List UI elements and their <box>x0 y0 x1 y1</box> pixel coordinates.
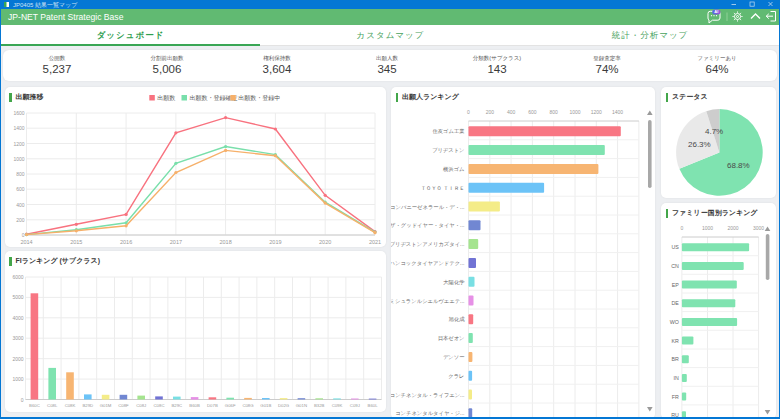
svg-text:0: 0 <box>20 397 23 403</box>
svg-text:1600: 1600 <box>13 110 24 116</box>
svg-text:2020: 2020 <box>319 239 331 245</box>
svg-text:EP: EP <box>672 282 680 288</box>
svg-text:コンチネンタルタイヤ・ジ...: コンチネンタルタイヤ・ジ... <box>395 410 464 416</box>
svg-text:出願数: 出願数 <box>157 95 175 102</box>
svg-text:4.7%: 4.7% <box>705 127 723 136</box>
svg-text:デンソー: デンソー <box>443 354 465 360</box>
svg-text:2016: 2016 <box>119 239 131 245</box>
svg-text:200: 200 <box>486 109 495 115</box>
svg-text:AI: AI <box>714 9 718 14</box>
svg-text:G01M: G01M <box>99 403 111 408</box>
svg-text:C08J: C08J <box>136 403 146 408</box>
svg-text:2017: 2017 <box>169 239 181 245</box>
svg-text:US: US <box>672 244 680 250</box>
svg-text:JP0405 結果一覧マップ: JP0405 結果一覧マップ <box>13 1 78 9</box>
svg-text:C08F: C08F <box>118 403 129 408</box>
svg-text:2021: 2021 <box>368 239 380 245</box>
svg-text:0: 0 <box>467 109 470 115</box>
svg-text:2014: 2014 <box>20 239 32 245</box>
svg-text:D02G: D02G <box>277 403 289 408</box>
svg-text:1400: 1400 <box>612 109 623 115</box>
svg-text:C09J: C09J <box>349 403 359 408</box>
svg-text:IN: IN <box>674 375 679 381</box>
svg-text:B32B: B32B <box>313 403 324 408</box>
svg-text:出願数・登録中: 出願数・登録中 <box>238 94 280 102</box>
svg-text:横浜ゴム: 横浜ゴム <box>443 166 464 172</box>
svg-text:C09K: C09K <box>331 403 342 408</box>
svg-text:1000: 1000 <box>13 156 24 162</box>
svg-text:BR: BR <box>672 356 680 362</box>
svg-text:住友ゴム工業: 住友ゴム工業 <box>432 128 464 134</box>
svg-text:2019: 2019 <box>269 239 281 245</box>
svg-text:FR: FR <box>672 394 679 400</box>
svg-text:ＴＯＹＯ ＴＩＲＥ: ＴＯＹＯ ＴＩＲＥ <box>421 185 465 191</box>
svg-text:4000: 4000 <box>12 315 23 321</box>
svg-text:3000: 3000 <box>12 335 23 341</box>
svg-text:DE: DE <box>672 300 680 306</box>
svg-text:68.8%: 68.8% <box>727 161 750 170</box>
svg-text:B60C: B60C <box>29 403 40 408</box>
svg-text:400: 400 <box>16 202 25 208</box>
svg-text:C08G: C08G <box>242 403 254 408</box>
svg-text:2000: 2000 <box>12 356 23 362</box>
svg-text:B60B: B60B <box>189 403 200 408</box>
svg-text:0: 0 <box>681 225 684 231</box>
svg-text:ミシュランルシエルヴエエテ...: ミシュランルシエルヴエエテ... <box>391 298 465 304</box>
svg-text:C08C: C08C <box>153 403 164 408</box>
svg-text:6000: 6000 <box>12 274 23 280</box>
svg-text:1000: 1000 <box>702 225 713 231</box>
svg-text:大陽化学: 大陽化学 <box>443 279 464 286</box>
svg-text:1400: 1400 <box>13 125 24 131</box>
svg-text:0: 0 <box>21 232 24 238</box>
svg-text:2018: 2018 <box>219 239 231 245</box>
svg-text:G06F: G06F <box>224 403 235 408</box>
svg-text:G01B: G01B <box>260 403 271 408</box>
svg-text:2000: 2000 <box>727 225 738 231</box>
svg-text:日本ゼオン: 日本ゼオン <box>438 335 465 342</box>
svg-text:800: 800 <box>16 171 25 177</box>
svg-text:1200: 1200 <box>591 109 602 115</box>
svg-text:400: 400 <box>507 109 516 115</box>
svg-text:B60L: B60L <box>367 403 378 408</box>
svg-text:3000: 3000 <box>753 225 764 231</box>
svg-text:1000: 1000 <box>569 109 580 115</box>
svg-text:クラレ: クラレ <box>448 373 464 379</box>
svg-text:ザ・グッドイヤー・タイヤ・...: ザ・グッドイヤー・タイヤ・... <box>391 222 465 228</box>
svg-text:200: 200 <box>16 217 25 223</box>
svg-text:2015: 2015 <box>70 239 82 245</box>
svg-text:KR: KR <box>672 338 680 344</box>
svg-text:B29D: B29D <box>82 403 93 408</box>
svg-text:CN: CN <box>671 263 679 269</box>
svg-text:ハンコックタイヤアンドテク...: ハンコックタイヤアンドテク... <box>391 260 465 266</box>
svg-text:600: 600 <box>528 109 537 115</box>
svg-text:26.3%: 26.3% <box>688 140 711 149</box>
svg-text:G01N: G01N <box>295 403 306 408</box>
svg-text:ブリヂストン: ブリヂストン <box>432 147 465 153</box>
svg-text:コンチネンタル・ライフエン...: コンチネンタル・ライフエン... <box>391 392 465 398</box>
svg-text:WO: WO <box>670 319 679 325</box>
svg-text:旭化成: 旭化成 <box>449 316 466 323</box>
svg-text:ブリヂストンアメリカズタイ...: ブリヂストンアメリカズタイ... <box>391 241 465 248</box>
svg-text:C08K: C08K <box>64 403 75 408</box>
svg-text:1200: 1200 <box>13 141 24 147</box>
svg-text:C08L: C08L <box>47 403 58 408</box>
svg-text:1000: 1000 <box>12 376 23 382</box>
svg-text:D07B: D07B <box>207 403 218 408</box>
svg-text:800: 800 <box>550 109 559 115</box>
svg-text:5000: 5000 <box>12 294 23 300</box>
svg-text:600: 600 <box>16 186 25 192</box>
svg-text:JP-NET Patent Strategic Base: JP-NET Patent Strategic Base <box>8 12 124 22</box>
svg-text:コンパニーゼネラール・デ・...: コンパニーゼネラール・デ・... <box>391 204 465 210</box>
svg-text:B29C: B29C <box>171 403 182 408</box>
